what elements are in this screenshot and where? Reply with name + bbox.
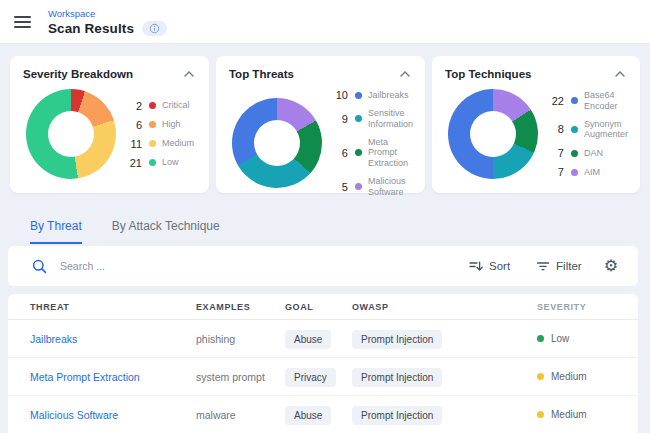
collapse-button[interactable]	[181, 69, 197, 79]
legend-dot	[149, 140, 156, 147]
card-title: Top Techniques	[445, 68, 531, 80]
toolbar: Sort Filter ⚙	[8, 246, 638, 286]
legend-dot	[355, 92, 362, 99]
filter-label: Filter	[556, 260, 582, 272]
settings-button[interactable]: ⚙	[604, 258, 618, 274]
chevron-up-icon	[400, 71, 410, 77]
goal-badge: Privacy	[285, 368, 336, 387]
legend-item: 6 Meta Prompt Extraction	[331, 137, 413, 169]
severity-dot	[537, 411, 544, 418]
legend-value: 10	[331, 89, 348, 101]
filter-button[interactable]: Filter	[536, 259, 582, 273]
threat-link[interactable]: Jailbreaks	[30, 333, 196, 345]
threat-link[interactable]: Malicious Software	[30, 409, 196, 421]
severity-cell: Medium	[537, 409, 618, 420]
legend-dot	[571, 169, 578, 176]
table-row[interactable]: Meta Prompt Extraction system prompt Pri…	[8, 358, 638, 396]
column-header-threat[interactable]: THREAT	[30, 302, 196, 312]
table-row[interactable]: Jailbreaks phishing Abuse Prompt Injecti…	[8, 320, 638, 358]
threat-link[interactable]: Meta Prompt Extraction	[30, 371, 196, 383]
legend-item: 11 Medium	[125, 138, 197, 150]
legend-value: 6	[331, 147, 348, 159]
info-badge[interactable]	[142, 21, 167, 36]
owasp-badge: Prompt Injection	[352, 330, 442, 349]
column-header-goal[interactable]: GOAL	[285, 302, 352, 312]
legend-item: 8 Synonym Augmenter	[547, 119, 628, 141]
legend-value: 8	[547, 123, 564, 135]
menu-button[interactable]	[14, 12, 31, 32]
legend-label: AIM	[584, 167, 600, 178]
gear-icon: ⚙	[604, 257, 618, 274]
search-icon	[32, 259, 47, 274]
sort-icon	[469, 259, 483, 273]
summary-cards: Severity Breakdown 2 Critical 6 High	[0, 44, 650, 193]
legend-label: Base64 Encoder	[584, 90, 628, 112]
sort-button[interactable]: Sort	[469, 259, 510, 273]
legend-dot	[355, 149, 362, 156]
legend-item: 7 AIM	[547, 166, 628, 178]
top-threats-card: Top Threats 10 Jailbreaks 9 Sensitive In…	[216, 56, 425, 193]
header-titles: Workspace Scan Results	[48, 8, 167, 36]
collapse-button[interactable]	[397, 69, 413, 79]
breadcrumb[interactable]: Workspace	[48, 8, 167, 19]
tab-by-attack-technique[interactable]: By Attack Technique	[112, 219, 220, 244]
column-header-severity[interactable]: SEVERITY	[537, 302, 618, 312]
top-threats-donut-chart	[232, 98, 322, 188]
legend-item: 6 High	[125, 119, 197, 131]
severity-donut-chart	[26, 89, 116, 179]
example-cell: system prompt	[196, 371, 285, 383]
legend-label: High	[162, 119, 181, 130]
example-cell: phishing	[196, 333, 285, 345]
card-title: Top Threats	[229, 68, 294, 80]
legend-item: 7 DAN	[547, 147, 628, 159]
legend-label: Meta Prompt Extraction	[368, 137, 413, 169]
legend-dot	[355, 183, 362, 190]
legend-dot	[571, 97, 578, 104]
legend-dot	[149, 102, 156, 109]
threats-table: THREAT EXAMPLES GOAL OWASP SEVERITY Jail…	[8, 294, 638, 433]
legend-label: Medium	[162, 138, 194, 149]
chevron-up-icon	[615, 71, 625, 77]
tab-by-threat[interactable]: By Threat	[30, 219, 82, 244]
top-techniques-legend: 22 Base64 Encoder 8 Synonym Augmenter 7 …	[547, 90, 628, 178]
owasp-badge: Prompt Injection	[352, 368, 442, 387]
severity-dot	[537, 373, 544, 380]
legend-value: 11	[125, 138, 142, 150]
legend-item: 9 Sensitive Information	[331, 108, 413, 130]
legend-value: 7	[547, 147, 564, 159]
filter-icon	[536, 259, 550, 273]
owasp-badge: Prompt Injection	[352, 406, 442, 425]
legend-item: 2 Critical	[125, 100, 197, 112]
search-input[interactable]	[60, 260, 443, 272]
legend-label: Sensitive Information	[368, 108, 413, 130]
collapse-button[interactable]	[612, 69, 628, 79]
severity-dot	[537, 335, 544, 342]
legend-label: Critical	[162, 100, 190, 111]
top-techniques-donut-chart	[448, 89, 538, 179]
goal-badge: Abuse	[285, 406, 331, 425]
legend-value: 9	[331, 113, 348, 125]
legend-label: Malicious Software	[368, 176, 413, 198]
legend-value: 2	[125, 100, 142, 112]
severity-label: Medium	[551, 409, 587, 420]
legend-value: 21	[125, 157, 142, 169]
hamburger-icon	[14, 16, 31, 18]
legend-dot	[149, 121, 156, 128]
column-header-owasp[interactable]: OWASP	[352, 302, 537, 312]
column-header-examples[interactable]: EXAMPLES	[196, 302, 285, 312]
legend-item: 10 Jailbreaks	[331, 89, 413, 101]
page-title: Scan Results	[48, 21, 134, 36]
legend-value: 6	[125, 119, 142, 131]
top-techniques-card: Top Techniques 22 Base64 Encoder 8 Synon…	[432, 56, 640, 193]
legend-value: 22	[547, 95, 564, 107]
results-tabs: By Threat By Attack Technique	[0, 219, 650, 244]
info-icon	[149, 23, 160, 34]
legend-label: Synonym Augmenter	[584, 119, 628, 141]
legend-dot	[355, 115, 362, 122]
severity-cell: Medium	[537, 371, 618, 382]
table-row[interactable]: Malicious Software malware Abuse Prompt …	[8, 396, 638, 433]
goal-badge: Abuse	[285, 330, 331, 349]
severity-breakdown-card: Severity Breakdown 2 Critical 6 High	[10, 56, 209, 193]
top-threats-legend: 10 Jailbreaks 9 Sensitive Information 6 …	[331, 89, 413, 198]
severity-cell: Low	[537, 333, 618, 344]
